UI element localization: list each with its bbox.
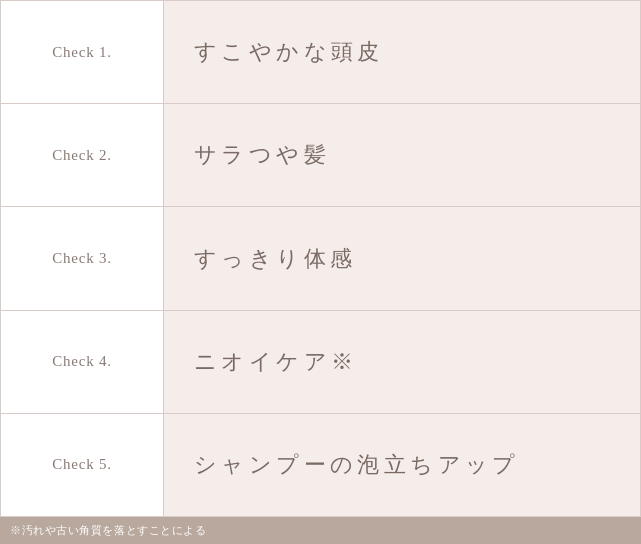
table-row: Check 2.サラつや髪	[1, 104, 640, 207]
check-label-check4: Check 4.	[1, 311, 164, 413]
footnote: ※汚れや古い角質を落とすことによる	[0, 517, 641, 544]
check-content-check4: ニオイケア※	[164, 311, 640, 413]
check-content-check1: すこやかな頭皮	[164, 1, 640, 103]
check-label-check2: Check 2.	[1, 104, 164, 206]
check-content-check3: すっきり体感	[164, 207, 640, 309]
check-label-check5: Check 5.	[1, 414, 164, 516]
table-row: Check 5.シャンプーの泡立ちアップ	[1, 414, 640, 516]
table-row: Check 3.すっきり体感	[1, 207, 640, 310]
table-row: Check 1.すこやかな頭皮	[1, 1, 640, 104]
check-label-check3: Check 3.	[1, 207, 164, 309]
table-row: Check 4.ニオイケア※	[1, 311, 640, 414]
check-table: Check 1.すこやかな頭皮Check 2.サラつや髪Check 3.すっきり…	[0, 0, 641, 517]
check-content-check2: サラつや髪	[164, 104, 640, 206]
check-content-check5: シャンプーの泡立ちアップ	[164, 414, 640, 516]
check-label-check1: Check 1.	[1, 1, 164, 103]
